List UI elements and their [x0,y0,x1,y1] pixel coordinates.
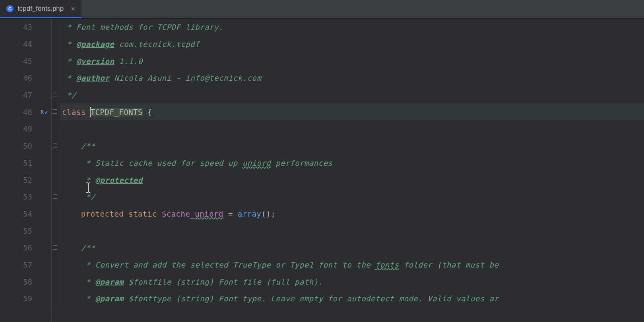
code-line[interactable]: * Font methods for TCPDF library. [60,19,644,36]
line-number: 54 [23,209,32,218]
line-number: 43 [23,23,32,31]
gutter-line[interactable]: 51 [0,155,51,172]
gutter-line[interactable]: 57 [0,256,51,274]
gutter-line[interactable]: 58 [0,273,51,290]
fold-line [52,273,60,290]
line-number-gutter[interactable]: 434445464748R4950515253545556575859 [0,19,52,322]
line-number: 58 [23,277,32,286]
line-number: 50 [23,142,32,150]
line-number: 51 [23,159,32,167]
line-number: 46 [23,74,32,82]
line-number: 47 [23,91,32,99]
gutter-line[interactable]: 50 [0,138,51,155]
fold-line [52,222,60,239]
code-line[interactable] [60,120,644,138]
fold-line [52,239,60,256]
code-line[interactable]: * @param $fontfile (string) Font file (f… [60,273,644,290]
fold-line [52,36,60,53]
gutter-line[interactable]: 48R [0,103,51,120]
gutter-line[interactable]: 47 [0,87,51,104]
code-line[interactable]: /** [60,138,644,155]
line-number: 52 [23,176,32,184]
fold-line [52,120,60,138]
fold-gutter[interactable] [52,19,60,322]
code-line[interactable]: * Convert and add the selected TrueType … [60,256,644,274]
code-line-active[interactable]: class TCPDF_FONTS { [60,103,644,120]
gutter-line[interactable]: 53 [0,188,51,206]
line-number: 55 [23,227,32,235]
line-number: 44 [23,40,32,48]
fold-line [52,206,60,223]
code-line[interactable] [60,222,644,239]
fold-line [52,19,60,36]
fold-line [52,155,60,172]
fold-line [52,138,60,155]
code-line[interactable]: * @author Nicola Asuni - info@tecnick.co… [60,70,644,87]
fold-line [52,171,60,188]
line-number: 48 [23,108,32,116]
fold-line [52,256,60,274]
gutter-line[interactable]: 54 [0,206,51,223]
code-line[interactable]: * @protected [60,171,644,188]
editor-pane: 434445464748R4950515253545556575859 * Fo… [0,19,644,322]
gutter-line[interactable]: 59 [0,290,51,307]
code-line[interactable]: * @version 1.1.0 [60,52,644,70]
tab-file-name: tcpdf_fonts.php [17,5,64,13]
line-number: 45 [23,57,32,66]
fold-line [52,70,60,87]
code-line[interactable]: */ [60,87,644,104]
line-number: 53 [23,192,32,201]
gutter-line[interactable]: 46 [0,70,51,87]
fold-handle-icon[interactable] [53,109,57,114]
file-type-icon: C [6,5,14,12]
code-line[interactable]: * Static cache used for speed up uniord … [60,155,644,172]
fold-line [52,290,60,307]
line-number: 56 [23,243,32,252]
rename-icon[interactable]: R [41,109,49,115]
code-line[interactable]: * @package com.tecnick.tcpdf [60,36,644,53]
gutter-line[interactable]: 45 [0,52,51,70]
fold-line [52,103,60,120]
close-icon[interactable]: × [71,4,75,13]
gutter-line[interactable]: 43 [0,19,51,36]
gutter-line[interactable]: 49 [0,120,51,138]
code-line[interactable]: /** [60,239,644,256]
fold-handle-icon[interactable] [53,194,57,199]
fold-line [52,52,60,70]
line-number: 57 [23,260,32,269]
gutter-line[interactable]: 55 [0,222,51,239]
code-line[interactable]: */ [60,188,644,206]
code-line[interactable]: protected static $cache_uniord = array()… [60,206,644,223]
code-area[interactable]: * Font methods for TCPDF library. * @pac… [60,19,644,322]
editor-tab[interactable]: C tcpdf_fonts.php × [0,0,81,18]
line-number: 59 [23,294,32,303]
fold-handle-icon[interactable] [53,93,57,97]
tab-bar: C tcpdf_fonts.php × [0,0,644,19]
gutter-line[interactable]: 56 [0,239,51,256]
fold-line [52,188,60,206]
fold-handle-icon[interactable] [53,245,57,250]
code-line[interactable]: * @param $fonttype (string) Font type. L… [60,290,644,307]
line-number: 49 [23,124,32,133]
gutter-line[interactable]: 44 [0,36,51,53]
fold-line [52,87,60,104]
gutter-line[interactable]: 52 [0,171,51,188]
fold-handle-icon[interactable] [53,144,57,148]
